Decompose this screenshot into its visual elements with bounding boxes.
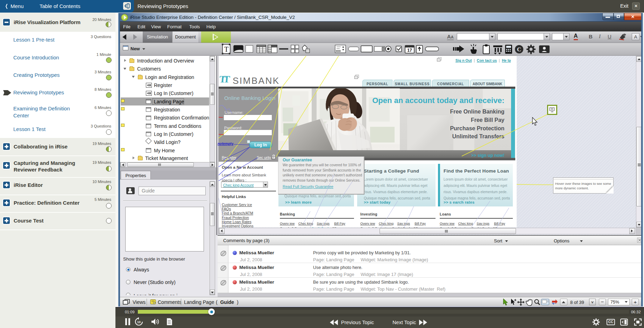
svg-text:C: C [517, 46, 521, 53]
svg-text:10: 10 [137, 320, 141, 324]
svg-text:T: T [224, 45, 228, 53]
svg-text:17: 17 [407, 48, 412, 53]
